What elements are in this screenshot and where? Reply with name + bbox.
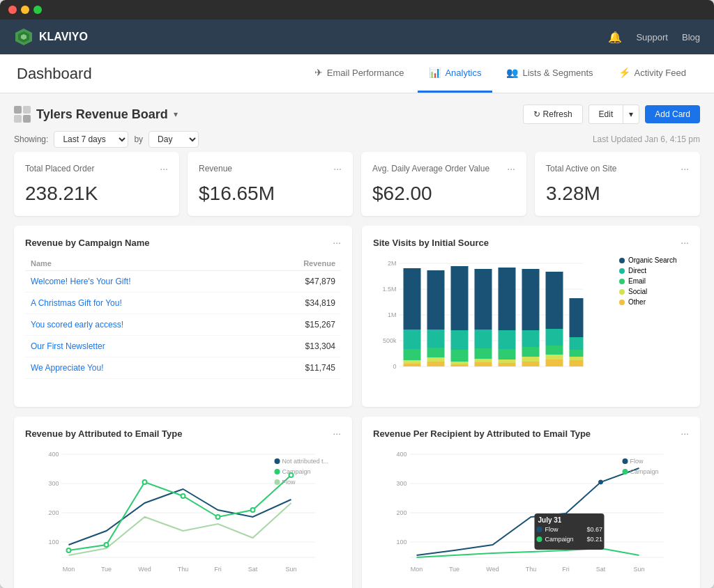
svg-text:Sat: Sat [596, 566, 606, 573]
svg-rect-28 [475, 269, 492, 330]
svg-text:Sun: Sun [633, 566, 644, 573]
svg-text:July 31: July 31 [538, 516, 562, 524]
svg-rect-38 [522, 269, 540, 330]
campaign-link[interactable]: You scored early access! [31, 320, 123, 330]
legend-email: Email [619, 277, 689, 285]
refresh-button[interactable]: ↻ Refresh [523, 105, 583, 124]
email-type-chart: 400 300 200 100 [25, 447, 341, 587]
svg-rect-16 [404, 360, 421, 364]
navbar: KLAVIYO 🔔 Support Blog [0, 20, 714, 54]
refresh-icon: ↻ [533, 109, 540, 119]
stat-menu-2[interactable]: ··· [507, 163, 515, 174]
svg-rect-14 [404, 330, 421, 349]
add-card-button[interactable]: Add Card [645, 105, 700, 123]
svg-text:2M: 2M [388, 260, 397, 267]
campaign-table: Name Revenue Welcome! Here's Your Gift! … [25, 256, 341, 379]
board-dropdown[interactable]: ▾ [174, 109, 178, 119]
site-visits-menu[interactable]: ··· [681, 237, 689, 248]
svg-text:Mon: Mon [411, 566, 423, 573]
svg-rect-41 [522, 357, 540, 362]
svg-text:Wed: Wed [486, 566, 499, 573]
campaign-menu[interactable]: ··· [333, 237, 341, 248]
svg-text:Sun: Sun [285, 566, 296, 573]
stat-title-2: Avg. Daily Average Order Value [372, 164, 489, 173]
showing-select[interactable]: Last 7 days Last 30 days Last 90 days [54, 131, 128, 148]
stat-card-3: Total Active on Site ··· 3.28M [535, 152, 700, 216]
stat-menu-3[interactable]: ··· [681, 163, 689, 174]
site-visits-title: Site Visits by Initial Source [373, 238, 489, 248]
lists-icon: 👥 [506, 67, 518, 78]
subheader: Dashboard ✈ Email Performance 📊 Analytic… [0, 54, 714, 93]
svg-text:$0.21: $0.21 [587, 536, 603, 543]
svg-rect-39 [522, 330, 540, 347]
board-title-row: Tylers Revenue Board ▾ [14, 106, 178, 123]
blog-link[interactable]: Blog [682, 32, 700, 42]
table-row: Welcome! Here's Your Gift! $47,879 [25, 271, 341, 293]
svg-rect-34 [499, 330, 516, 349]
svg-rect-40 [522, 347, 540, 357]
maximize-button[interactable] [33, 6, 42, 14]
campaign-revenue: $13,304 [252, 336, 341, 357]
svg-rect-35 [499, 349, 516, 359]
svg-text:$0.67: $0.67 [587, 526, 603, 533]
campaign-link[interactable]: Welcome! Here's Your Gift! [31, 277, 130, 286]
by-select[interactable]: Day Week Month [149, 131, 199, 148]
svg-text:Thu: Thu [526, 566, 537, 573]
svg-rect-31 [475, 359, 492, 362]
svg-rect-51 [570, 357, 584, 360]
svg-text:1.5M: 1.5M [382, 286, 396, 293]
svg-rect-50 [570, 350, 584, 357]
tab-lists-segments[interactable]: 👥 Lists & Segments [495, 54, 604, 93]
nav-tabs: ✈ Email Performance 📊 Analytics 👥 Lists … [303, 54, 697, 93]
svg-point-94 [537, 527, 542, 532]
stat-menu-0[interactable]: ··· [160, 163, 168, 174]
stat-value-0: 238.21K [25, 183, 168, 205]
campaign-link[interactable]: A Christmas Gift for You! [31, 298, 122, 308]
campaign-revenue: $34,819 [252, 293, 341, 314]
edit-button[interactable]: Edit [588, 105, 623, 124]
campaign-link[interactable]: Our First Newsletter [31, 341, 105, 351]
stat-title-0: Total Placed Order [25, 164, 94, 173]
email-type-menu[interactable]: ··· [333, 428, 341, 439]
svg-point-63 [105, 543, 109, 547]
support-link[interactable]: Support [636, 32, 668, 42]
svg-rect-45 [546, 346, 563, 355]
legend-other-label: Other [628, 298, 646, 306]
svg-text:Wed: Wed [138, 566, 151, 573]
svg-text:Flow: Flow [282, 479, 296, 486]
svg-text:Campaign: Campaign [545, 536, 574, 543]
svg-rect-44 [546, 329, 563, 346]
bar-chart-area: 2M 1.5M 1M 500k 0 [373, 256, 612, 396]
svg-point-62 [67, 548, 71, 552]
svg-text:300: 300 [48, 480, 59, 487]
svg-text:Fri: Fri [214, 566, 222, 573]
svg-point-76 [275, 458, 280, 464]
svg-rect-49 [570, 337, 584, 350]
svg-text:200: 200 [48, 509, 59, 516]
notification-bell[interactable]: 🔔 [608, 31, 622, 44]
svg-rect-17 [404, 364, 421, 366]
email-type-title: Revenue by Attributed to Email Type [25, 428, 182, 439]
svg-text:400: 400 [48, 451, 59, 458]
tab-email-performance[interactable]: ✈ Email Performance [303, 54, 416, 93]
svg-rect-30 [475, 348, 492, 359]
svg-text:Sat: Sat [248, 566, 258, 573]
revenue-recipient-menu[interactable]: ··· [681, 428, 689, 439]
navbar-right: 🔔 Support Blog [608, 31, 700, 44]
col-revenue: Revenue [252, 256, 341, 271]
close-button[interactable] [8, 6, 17, 14]
board-title: Tylers Revenue Board [36, 107, 168, 122]
tab-activity-feed[interactable]: ⚡ Activity Feed [607, 54, 697, 93]
campaign-link[interactable]: We Appreciate You! [31, 363, 104, 373]
svg-point-65 [181, 494, 185, 498]
svg-rect-42 [522, 362, 540, 366]
campaign-revenue: $15,267 [252, 314, 341, 336]
edit-dropdown[interactable]: ▾ [623, 105, 639, 124]
charts-middle-row: Revenue by Campaign Name ··· Name Revenu… [14, 226, 700, 407]
svg-point-67 [251, 508, 255, 512]
svg-point-107 [623, 458, 628, 464]
tab-analytics[interactable]: 📊 Analytics [418, 54, 492, 93]
stat-menu-1[interactable]: ··· [333, 163, 342, 174]
stat-value-2: $62.00 [372, 183, 515, 205]
minimize-button[interactable] [21, 6, 29, 14]
